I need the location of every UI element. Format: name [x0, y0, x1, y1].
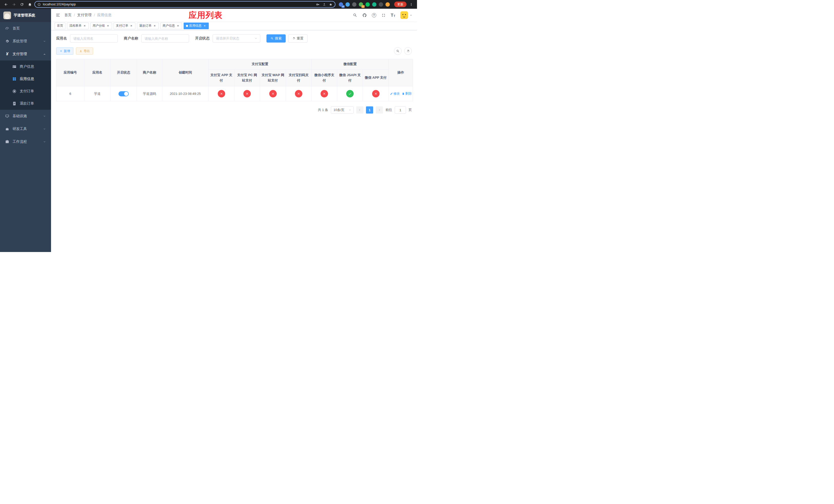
page-number-button[interactable]: 1 — [366, 107, 373, 114]
breadcrumb-item[interactable]: 支付管理 — [77, 13, 91, 18]
submenu-payment: 商户信息应用信息支付订单退款订单 — [0, 61, 51, 110]
sidebar-item-system[interactable]: 系统管理 — [0, 35, 51, 48]
x-icon — [220, 92, 223, 95]
sidebar-item-payment[interactable]: ¥支付管理 — [0, 48, 51, 61]
hamburger-icon — [56, 13, 60, 18]
search-icon — [270, 37, 273, 40]
enabled-toggle[interactable] — [118, 91, 129, 96]
extension-dark-globe-icon[interactable] — [352, 2, 356, 7]
sidebar-item-infra[interactable]: 基础设施 — [0, 110, 51, 122]
chevron-down-icon — [43, 140, 46, 143]
breadcrumb-item[interactable]: 首页 — [64, 13, 71, 18]
delete-link[interactable]: 删除 — [402, 92, 412, 96]
sidebar-item-label: 支付订单 — [20, 89, 34, 94]
tab-pay-order[interactable]: 支付订单× — [114, 23, 135, 29]
tab-app-info[interactable]: 应用信息× — [184, 23, 209, 29]
github-icon[interactable] — [363, 13, 367, 18]
tab-label: 支付订单 — [116, 24, 128, 28]
extension-profile-face-icon[interactable] — [386, 2, 390, 7]
chevron-down-icon — [43, 128, 46, 131]
search-icon[interactable] — [353, 13, 357, 18]
goto-unit-label: 页 — [409, 108, 412, 112]
browser-home-button[interactable] — [26, 1, 33, 8]
browser-reload-button[interactable] — [19, 1, 25, 8]
status-disabled-icon — [218, 90, 225, 97]
column-header: 操作 — [389, 59, 413, 86]
forward-icon — [12, 3, 16, 6]
tab-process-form[interactable]: 流程表单× — [67, 23, 89, 29]
extension-drop-icon[interactable] — [346, 2, 350, 7]
extension-leaf-icon[interactable]: 1 — [359, 2, 363, 7]
goto-page-input[interactable] — [395, 107, 406, 114]
browser-forward-button[interactable] — [10, 1, 17, 8]
sidebar-item-devtools[interactable]: 研发工具 — [0, 122, 51, 135]
browser-update-button[interactable]: 更新 — [394, 2, 407, 7]
tab-label: 用户分组 — [93, 24, 105, 28]
enabled-status-select[interactable]: 请选择开启状态 — [213, 35, 260, 43]
sidebar-item-label: 系统管理 — [13, 39, 27, 44]
export-button-label: 导出 — [84, 49, 90, 53]
add-button[interactable]: 新增 — [56, 47, 73, 54]
app-table: 应用编号应用名开启状态商户名称创建时间支付宝配置微信配置操作支付宝 APP 支付… — [56, 59, 413, 101]
bookmark-star-icon[interactable] — [329, 3, 332, 6]
fullscreen-icon[interactable] — [381, 13, 386, 18]
page-size-value: 10条/页 — [334, 108, 345, 112]
sidebar-item-home[interactable]: 首页 — [0, 22, 51, 35]
sidebar-item-pay-order[interactable]: 支付订单 — [0, 85, 51, 97]
edit-icon — [390, 92, 393, 95]
reset-button[interactable]: 重置 — [288, 35, 307, 43]
close-tab-icon[interactable]: × — [203, 24, 206, 28]
column-group-header: 微信配置 — [312, 59, 389, 69]
tab-home[interactable]: 首页 — [54, 23, 65, 29]
font-size-icon[interactable] — [391, 13, 395, 18]
next-page-button[interactable] — [376, 107, 383, 114]
sidebar-item-workflow[interactable]: 工作流程 — [0, 135, 51, 148]
address-bar[interactable]: localhost:1024/pay/app — [35, 1, 335, 8]
prev-page-button[interactable] — [356, 107, 364, 114]
close-tab-icon[interactable]: × — [106, 24, 110, 28]
x-icon — [245, 92, 249, 95]
filter-form: 应用名商户名称开启状态请选择开启状态 搜索 重置 — [56, 35, 412, 43]
magnifier-icon — [353, 13, 357, 18]
browser-menu-button[interactable] — [408, 1, 414, 8]
active-dot — [186, 25, 188, 27]
logo[interactable]: 芋道管理系统 — [0, 9, 51, 22]
page: localhost:1024/pay/app 101 更新 芋道管理系统 首页系… — [0, 0, 417, 252]
status-disabled-icon — [295, 90, 302, 97]
reset-button-label: 重置 — [297, 36, 303, 41]
extension-wechat-icon[interactable] — [366, 2, 370, 7]
edit-link[interactable]: 修改 — [390, 92, 400, 96]
help-icon[interactable] — [372, 13, 376, 18]
sidebar-item-app-info[interactable]: 应用信息 — [0, 73, 51, 85]
site-info-icon[interactable] — [38, 3, 41, 6]
share-icon[interactable] — [323, 3, 326, 6]
toggle-search-button[interactable] — [394, 47, 402, 55]
export-button[interactable]: 导出 — [76, 47, 93, 54]
extension-pinwheel-icon[interactable] — [379, 2, 383, 7]
status-disabled-icon — [269, 90, 277, 97]
sidebar-item-merchant-info[interactable]: 商户信息 — [0, 61, 51, 73]
sidebar-toggle-button[interactable] — [53, 13, 62, 18]
cell-config-status — [235, 86, 260, 101]
tab-merchant-info[interactable]: 商户信息× — [160, 23, 182, 29]
column-header: 微信 APP 支付 — [363, 69, 389, 86]
app-name-input[interactable] — [70, 35, 118, 43]
close-tab-icon[interactable]: × — [83, 24, 86, 28]
extension-puzzle-icon[interactable]: 10 — [339, 2, 343, 7]
close-tab-icon[interactable]: × — [153, 24, 156, 28]
password-manager-icon[interactable] — [316, 3, 320, 6]
sidebar-item-label: 应用信息 — [20, 77, 34, 81]
close-tab-icon[interactable]: × — [130, 24, 133, 28]
page-size-select[interactable]: 10条/页 — [331, 107, 354, 114]
sidebar-item-refund-order[interactable]: 退款订单 — [0, 97, 51, 110]
merchant-name-input[interactable] — [141, 35, 189, 43]
tab-user-group[interactable]: 用户分组× — [90, 23, 112, 29]
tab-refund-order[interactable]: 退款订单× — [137, 23, 159, 29]
refresh-table-button[interactable] — [404, 47, 412, 55]
pagination: 共 1 条 10条/页 1 前往 页 — [56, 107, 412, 114]
extension-note-icon[interactable] — [372, 2, 376, 7]
browser-back-button[interactable] — [3, 1, 9, 8]
user-menu[interactable] — [400, 11, 412, 19]
close-tab-icon[interactable]: × — [176, 24, 180, 28]
search-button[interactable]: 搜索 — [266, 35, 286, 43]
